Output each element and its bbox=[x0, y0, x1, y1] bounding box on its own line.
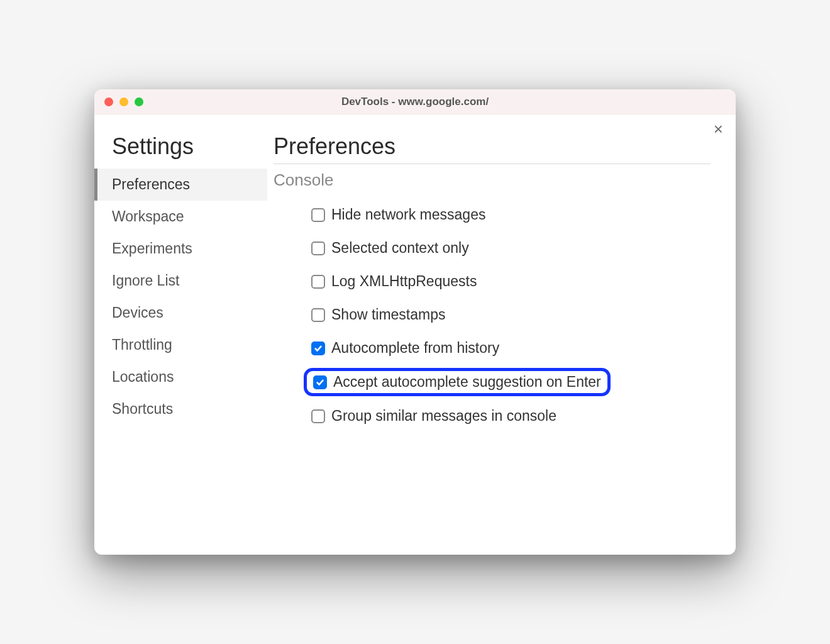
checkbox[interactable] bbox=[311, 275, 325, 289]
console-options: Hide network messagesSelected context on… bbox=[274, 201, 711, 430]
option-group-similar-messages-in-console[interactable]: Group similar messages in console bbox=[304, 402, 564, 430]
option-autocomplete-from-history[interactable]: Autocomplete from history bbox=[304, 335, 507, 362]
section-title: Console bbox=[274, 170, 711, 190]
sidebar-item-label: Throttling bbox=[112, 336, 172, 353]
option-hide-network-messages[interactable]: Hide network messages bbox=[304, 201, 493, 228]
checkbox[interactable] bbox=[311, 308, 325, 322]
minimize-window-button[interactable] bbox=[119, 97, 128, 106]
sidebar-item-label: Locations bbox=[112, 369, 174, 385]
sidebar-item-throttling[interactable]: Throttling bbox=[94, 329, 267, 361]
option-label: Show timestamps bbox=[331, 306, 446, 323]
maximize-window-button[interactable] bbox=[135, 97, 143, 106]
option-accept-autocomplete-suggestion-on-enter[interactable]: Accept autocomplete suggestion on Enter bbox=[304, 368, 611, 396]
option-show-timestamps[interactable]: Show timestamps bbox=[304, 301, 453, 328]
sidebar-title: Settings bbox=[94, 133, 267, 169]
option-label: Group similar messages in console bbox=[331, 408, 556, 425]
checkbox[interactable] bbox=[313, 375, 327, 389]
checkbox[interactable] bbox=[311, 242, 325, 255]
option-label: Log XMLHttpRequests bbox=[331, 273, 477, 290]
devtools-settings-window: DevTools - www.google.com/ × Settings Pr… bbox=[94, 89, 736, 555]
option-label: Accept autocomplete suggestion on Enter bbox=[333, 374, 601, 391]
sidebar-item-label: Devices bbox=[112, 304, 163, 321]
close-window-button[interactable] bbox=[104, 97, 113, 106]
sidebar-items: PreferencesWorkspaceExperimentsIgnore Li… bbox=[94, 169, 267, 425]
sidebar-item-ignore-list[interactable]: Ignore List bbox=[94, 265, 267, 297]
option-label: Hide network messages bbox=[331, 206, 485, 223]
content-area: × Settings PreferencesWorkspaceExperimen… bbox=[94, 114, 736, 555]
sidebar-item-locations[interactable]: Locations bbox=[94, 361, 267, 393]
sidebar-item-experiments[interactable]: Experiments bbox=[94, 233, 267, 265]
titlebar: DevTools - www.google.com/ bbox=[94, 89, 736, 114]
checkbox[interactable] bbox=[311, 409, 325, 423]
sidebar-item-label: Shortcuts bbox=[112, 401, 173, 417]
divider bbox=[274, 164, 711, 164]
checkbox[interactable] bbox=[311, 341, 325, 355]
sidebar-item-devices[interactable]: Devices bbox=[94, 297, 267, 329]
sidebar-item-label: Experiments bbox=[112, 240, 192, 257]
window-title: DevTools - www.google.com/ bbox=[94, 96, 736, 108]
option-selected-context-only[interactable]: Selected context only bbox=[304, 235, 477, 262]
sidebar-item-label: Ignore List bbox=[112, 272, 179, 289]
sidebar-item-label: Preferences bbox=[112, 176, 190, 192]
sidebar-item-preferences[interactable]: Preferences bbox=[94, 169, 267, 201]
close-icon[interactable]: × bbox=[714, 121, 723, 137]
settings-sidebar: Settings PreferencesWorkspaceExperiments… bbox=[94, 114, 267, 555]
option-label: Selected context only bbox=[331, 240, 469, 257]
option-label: Autocomplete from history bbox=[331, 340, 499, 357]
sidebar-item-label: Workspace bbox=[112, 208, 184, 225]
sidebar-item-workspace[interactable]: Workspace bbox=[94, 201, 267, 233]
preferences-panel: Preferences Console Hide network message… bbox=[267, 114, 736, 555]
option-log-xmlhttprequests[interactable]: Log XMLHttpRequests bbox=[304, 268, 484, 295]
sidebar-item-shortcuts[interactable]: Shortcuts bbox=[94, 393, 267, 425]
panel-title: Preferences bbox=[274, 133, 711, 160]
checkbox[interactable] bbox=[311, 208, 325, 222]
window-controls bbox=[94, 97, 143, 106]
